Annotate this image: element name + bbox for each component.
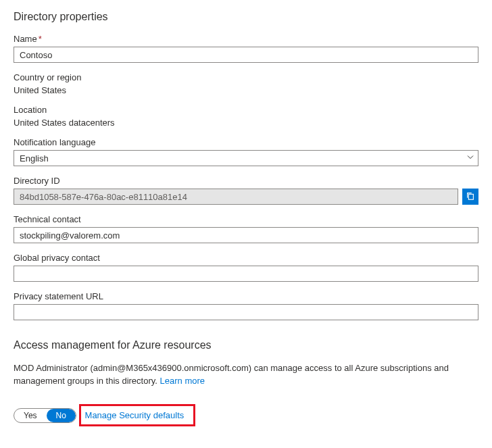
notification-language-value: English bbox=[20, 153, 49, 164]
country-value: United States bbox=[14, 85, 478, 95]
name-label: Name* bbox=[14, 34, 478, 44]
name-label-text: Name bbox=[14, 34, 37, 44]
name-field-group: Name* bbox=[14, 34, 478, 63]
toggle-yes-option[interactable]: Yes bbox=[14, 409, 47, 422]
notification-language-select[interactable]: English bbox=[14, 150, 478, 166]
required-star-icon: * bbox=[39, 34, 42, 44]
technical-contact-input[interactable] bbox=[14, 227, 478, 243]
country-field-group: Country or region United States bbox=[14, 72, 478, 95]
global-privacy-contact-label: Global privacy contact bbox=[14, 253, 478, 263]
technical-contact-label: Technical contact bbox=[14, 214, 478, 224]
country-label: Country or region bbox=[14, 72, 478, 82]
manage-security-highlight-box: Manage Security defaults bbox=[79, 404, 196, 426]
access-toggle[interactable]: Yes No bbox=[14, 408, 76, 423]
location-value: United States datacenters bbox=[14, 118, 478, 128]
directory-id-input[interactable] bbox=[14, 189, 458, 205]
access-management-description: MOD Administrator (admin@M365x436900.onm… bbox=[14, 362, 478, 388]
directory-id-field-group: Directory ID bbox=[14, 176, 478, 205]
manage-security-defaults-link[interactable]: Manage Security defaults bbox=[85, 410, 184, 420]
privacy-statement-url-label: Privacy statement URL bbox=[14, 291, 478, 301]
learn-more-link[interactable]: Learn more bbox=[160, 376, 205, 386]
access-management-header: Access management for Azure resources bbox=[14, 339, 478, 351]
access-management-section: Access management for Azure resources MO… bbox=[14, 339, 478, 426]
copy-button[interactable] bbox=[462, 189, 478, 205]
name-input[interactable] bbox=[14, 47, 478, 63]
access-description-text: MOD Administrator (admin@M365x436900.onm… bbox=[14, 363, 449, 386]
location-field-group: Location United States datacenters bbox=[14, 105, 478, 128]
global-privacy-contact-input[interactable] bbox=[14, 266, 478, 282]
location-label: Location bbox=[14, 105, 478, 115]
notification-language-label: Notification language bbox=[14, 137, 478, 147]
directory-properties-header: Directory properties bbox=[14, 11, 478, 23]
svg-rect-0 bbox=[468, 194, 473, 199]
privacy-statement-url-field-group: Privacy statement URL bbox=[14, 291, 478, 320]
toggle-no-option[interactable]: No bbox=[47, 409, 76, 422]
technical-contact-field-group: Technical contact bbox=[14, 214, 478, 243]
copy-icon bbox=[466, 191, 475, 203]
directory-id-label: Directory ID bbox=[14, 176, 478, 186]
privacy-statement-url-input[interactable] bbox=[14, 304, 478, 320]
notification-language-field-group: Notification language English bbox=[14, 137, 478, 166]
global-privacy-contact-field-group: Global privacy contact bbox=[14, 253, 478, 282]
